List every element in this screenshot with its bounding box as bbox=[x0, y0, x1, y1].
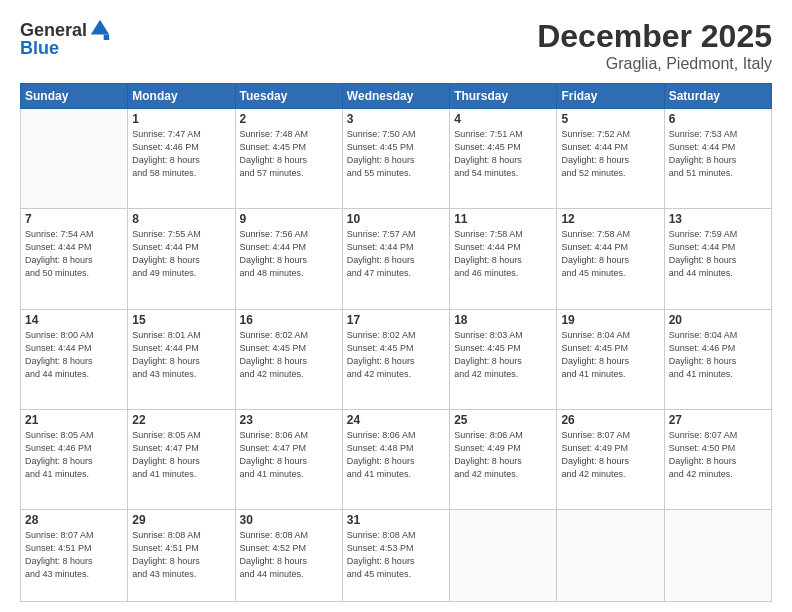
svg-marker-0 bbox=[91, 20, 109, 35]
calendar-cell: 15Sunrise: 8:01 AM Sunset: 4:44 PM Dayli… bbox=[128, 309, 235, 409]
calendar-cell: 18Sunrise: 8:03 AM Sunset: 4:45 PM Dayli… bbox=[450, 309, 557, 409]
location-title: Graglia, Piedmont, Italy bbox=[537, 55, 772, 73]
day-number: 14 bbox=[25, 313, 123, 327]
logo: General Blue bbox=[20, 18, 111, 59]
day-number: 13 bbox=[669, 212, 767, 226]
calendar-cell: 23Sunrise: 8:06 AM Sunset: 4:47 PM Dayli… bbox=[235, 409, 342, 509]
day-number: 25 bbox=[454, 413, 552, 427]
day-number: 12 bbox=[561, 212, 659, 226]
day-number: 26 bbox=[561, 413, 659, 427]
day-number: 2 bbox=[240, 112, 338, 126]
day-info: Sunrise: 7:47 AM Sunset: 4:46 PM Dayligh… bbox=[132, 128, 230, 180]
day-info: Sunrise: 8:01 AM Sunset: 4:44 PM Dayligh… bbox=[132, 329, 230, 381]
calendar-cell: 28Sunrise: 8:07 AM Sunset: 4:51 PM Dayli… bbox=[21, 510, 128, 602]
calendar-cell: 24Sunrise: 8:06 AM Sunset: 4:48 PM Dayli… bbox=[342, 409, 449, 509]
calendar-cell: 29Sunrise: 8:08 AM Sunset: 4:51 PM Dayli… bbox=[128, 510, 235, 602]
day-info: Sunrise: 8:08 AM Sunset: 4:51 PM Dayligh… bbox=[132, 529, 230, 581]
day-info: Sunrise: 7:48 AM Sunset: 4:45 PM Dayligh… bbox=[240, 128, 338, 180]
day-info: Sunrise: 7:54 AM Sunset: 4:44 PM Dayligh… bbox=[25, 228, 123, 280]
day-info: Sunrise: 7:50 AM Sunset: 4:45 PM Dayligh… bbox=[347, 128, 445, 180]
day-number: 23 bbox=[240, 413, 338, 427]
weekday-header-sunday: Sunday bbox=[21, 84, 128, 109]
weekday-header-thursday: Thursday bbox=[450, 84, 557, 109]
day-number: 4 bbox=[454, 112, 552, 126]
weekday-header-wednesday: Wednesday bbox=[342, 84, 449, 109]
weekday-header-saturday: Saturday bbox=[664, 84, 771, 109]
calendar-cell bbox=[21, 109, 128, 209]
day-info: Sunrise: 7:59 AM Sunset: 4:44 PM Dayligh… bbox=[669, 228, 767, 280]
calendar-cell: 31Sunrise: 8:08 AM Sunset: 4:53 PM Dayli… bbox=[342, 510, 449, 602]
calendar-cell: 13Sunrise: 7:59 AM Sunset: 4:44 PM Dayli… bbox=[664, 209, 771, 309]
calendar-cell: 11Sunrise: 7:58 AM Sunset: 4:44 PM Dayli… bbox=[450, 209, 557, 309]
title-block: December 2025 Graglia, Piedmont, Italy bbox=[537, 18, 772, 73]
day-number: 10 bbox=[347, 212, 445, 226]
calendar-cell: 12Sunrise: 7:58 AM Sunset: 4:44 PM Dayli… bbox=[557, 209, 664, 309]
day-number: 9 bbox=[240, 212, 338, 226]
calendar-cell: 27Sunrise: 8:07 AM Sunset: 4:50 PM Dayli… bbox=[664, 409, 771, 509]
day-info: Sunrise: 7:57 AM Sunset: 4:44 PM Dayligh… bbox=[347, 228, 445, 280]
day-info: Sunrise: 7:55 AM Sunset: 4:44 PM Dayligh… bbox=[132, 228, 230, 280]
calendar-cell: 1Sunrise: 7:47 AM Sunset: 4:46 PM Daylig… bbox=[128, 109, 235, 209]
day-info: Sunrise: 7:56 AM Sunset: 4:44 PM Dayligh… bbox=[240, 228, 338, 280]
calendar-cell: 19Sunrise: 8:04 AM Sunset: 4:45 PM Dayli… bbox=[557, 309, 664, 409]
calendar-cell bbox=[664, 510, 771, 602]
day-number: 8 bbox=[132, 212, 230, 226]
day-number: 19 bbox=[561, 313, 659, 327]
calendar-cell: 26Sunrise: 8:07 AM Sunset: 4:49 PM Dayli… bbox=[557, 409, 664, 509]
day-info: Sunrise: 8:02 AM Sunset: 4:45 PM Dayligh… bbox=[240, 329, 338, 381]
day-info: Sunrise: 7:53 AM Sunset: 4:44 PM Dayligh… bbox=[669, 128, 767, 180]
calendar-cell: 6Sunrise: 7:53 AM Sunset: 4:44 PM Daylig… bbox=[664, 109, 771, 209]
calendar-cell: 4Sunrise: 7:51 AM Sunset: 4:45 PM Daylig… bbox=[450, 109, 557, 209]
day-info: Sunrise: 8:08 AM Sunset: 4:52 PM Dayligh… bbox=[240, 529, 338, 581]
day-number: 18 bbox=[454, 313, 552, 327]
calendar-cell: 5Sunrise: 7:52 AM Sunset: 4:44 PM Daylig… bbox=[557, 109, 664, 209]
day-number: 1 bbox=[132, 112, 230, 126]
calendar-cell: 9Sunrise: 7:56 AM Sunset: 4:44 PM Daylig… bbox=[235, 209, 342, 309]
day-info: Sunrise: 8:07 AM Sunset: 4:49 PM Dayligh… bbox=[561, 429, 659, 481]
calendar-cell bbox=[450, 510, 557, 602]
day-number: 28 bbox=[25, 513, 123, 527]
calendar-week-row: 28Sunrise: 8:07 AM Sunset: 4:51 PM Dayli… bbox=[21, 510, 772, 602]
day-number: 17 bbox=[347, 313, 445, 327]
day-info: Sunrise: 8:06 AM Sunset: 4:48 PM Dayligh… bbox=[347, 429, 445, 481]
day-info: Sunrise: 7:51 AM Sunset: 4:45 PM Dayligh… bbox=[454, 128, 552, 180]
day-info: Sunrise: 8:08 AM Sunset: 4:53 PM Dayligh… bbox=[347, 529, 445, 581]
calendar-cell: 21Sunrise: 8:05 AM Sunset: 4:46 PM Dayli… bbox=[21, 409, 128, 509]
month-title: December 2025 bbox=[537, 18, 772, 55]
day-info: Sunrise: 8:06 AM Sunset: 4:49 PM Dayligh… bbox=[454, 429, 552, 481]
day-info: Sunrise: 7:58 AM Sunset: 4:44 PM Dayligh… bbox=[561, 228, 659, 280]
day-number: 21 bbox=[25, 413, 123, 427]
day-info: Sunrise: 7:52 AM Sunset: 4:44 PM Dayligh… bbox=[561, 128, 659, 180]
day-number: 6 bbox=[669, 112, 767, 126]
day-number: 27 bbox=[669, 413, 767, 427]
calendar-cell: 7Sunrise: 7:54 AM Sunset: 4:44 PM Daylig… bbox=[21, 209, 128, 309]
day-number: 24 bbox=[347, 413, 445, 427]
day-number: 30 bbox=[240, 513, 338, 527]
calendar-cell: 8Sunrise: 7:55 AM Sunset: 4:44 PM Daylig… bbox=[128, 209, 235, 309]
day-number: 15 bbox=[132, 313, 230, 327]
weekday-header-friday: Friday bbox=[557, 84, 664, 109]
day-number: 3 bbox=[347, 112, 445, 126]
day-info: Sunrise: 8:07 AM Sunset: 4:50 PM Dayligh… bbox=[669, 429, 767, 481]
day-info: Sunrise: 8:00 AM Sunset: 4:44 PM Dayligh… bbox=[25, 329, 123, 381]
day-number: 22 bbox=[132, 413, 230, 427]
calendar-header-row: SundayMondayTuesdayWednesdayThursdayFrid… bbox=[21, 84, 772, 109]
calendar-cell: 16Sunrise: 8:02 AM Sunset: 4:45 PM Dayli… bbox=[235, 309, 342, 409]
day-number: 29 bbox=[132, 513, 230, 527]
day-info: Sunrise: 8:06 AM Sunset: 4:47 PM Dayligh… bbox=[240, 429, 338, 481]
day-number: 16 bbox=[240, 313, 338, 327]
calendar: SundayMondayTuesdayWednesdayThursdayFrid… bbox=[20, 83, 772, 602]
day-info: Sunrise: 8:02 AM Sunset: 4:45 PM Dayligh… bbox=[347, 329, 445, 381]
day-number: 7 bbox=[25, 212, 123, 226]
day-number: 20 bbox=[669, 313, 767, 327]
calendar-cell: 2Sunrise: 7:48 AM Sunset: 4:45 PM Daylig… bbox=[235, 109, 342, 209]
calendar-cell: 17Sunrise: 8:02 AM Sunset: 4:45 PM Dayli… bbox=[342, 309, 449, 409]
day-info: Sunrise: 7:58 AM Sunset: 4:44 PM Dayligh… bbox=[454, 228, 552, 280]
logo-blue: Blue bbox=[20, 38, 59, 59]
day-info: Sunrise: 8:04 AM Sunset: 4:46 PM Dayligh… bbox=[669, 329, 767, 381]
calendar-cell: 20Sunrise: 8:04 AM Sunset: 4:46 PM Dayli… bbox=[664, 309, 771, 409]
day-info: Sunrise: 8:05 AM Sunset: 4:46 PM Dayligh… bbox=[25, 429, 123, 481]
page: General Blue December 2025 Graglia, Pied… bbox=[0, 0, 792, 612]
day-info: Sunrise: 8:04 AM Sunset: 4:45 PM Dayligh… bbox=[561, 329, 659, 381]
calendar-cell bbox=[557, 510, 664, 602]
